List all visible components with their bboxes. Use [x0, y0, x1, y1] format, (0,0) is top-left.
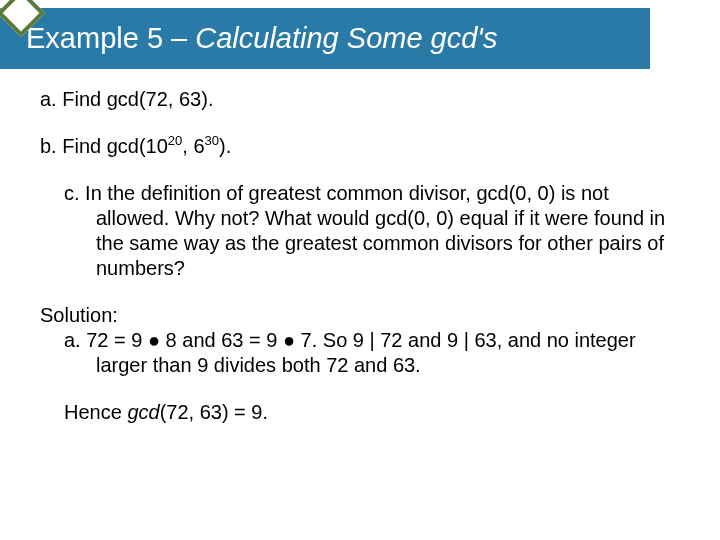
- item-b-label: b.: [40, 135, 57, 157]
- hence-suffix: (72, 63) = 9.: [160, 401, 268, 423]
- solution-block: Solution: a. 72 = 9 ● 8 and 63 = 9 ● 7. …: [40, 303, 680, 425]
- item-c: c. In the definition of greatest common …: [40, 181, 680, 281]
- hence-gcd: gcd: [127, 401, 159, 423]
- solution-a: a. 72 = 9 ● 8 and 63 = 9 ● 7. So 9 | 72 …: [40, 328, 680, 378]
- item-b-sup2: 30: [205, 133, 219, 148]
- solution-a-label: a.: [64, 329, 81, 351]
- item-b-prefix: Find gcd(10: [57, 135, 168, 157]
- solution-hence: Hence gcd(72, 63) = 9.: [40, 400, 680, 425]
- solution-a-text: 72 = 9 ● 8 and 63 = 9 ● 7. So 9 | 72 and…: [81, 329, 636, 376]
- title-italic: Calculating Some gcd's: [195, 22, 497, 54]
- item-c-label: c.: [64, 182, 80, 204]
- item-b-sup1: 20: [168, 133, 182, 148]
- item-c-text: In the definition of greatest common div…: [80, 182, 666, 279]
- item-a-text: Find gcd(72, 63).: [57, 88, 214, 110]
- slide-content: a. Find gcd(72, 63). b. Find gcd(1020, 6…: [0, 69, 720, 425]
- item-a-label: a.: [40, 88, 57, 110]
- item-b-suffix: ).: [219, 135, 231, 157]
- item-b: b. Find gcd(1020, 630).: [40, 134, 680, 159]
- slide-title: Example 5 – Calculating Some gcd's: [0, 8, 650, 69]
- title-prefix: Example 5 –: [26, 22, 195, 54]
- solution-heading: Solution:: [40, 303, 680, 328]
- item-a: a. Find gcd(72, 63).: [40, 87, 680, 112]
- item-b-mid: , 6: [182, 135, 204, 157]
- hence-prefix: Hence: [64, 401, 127, 423]
